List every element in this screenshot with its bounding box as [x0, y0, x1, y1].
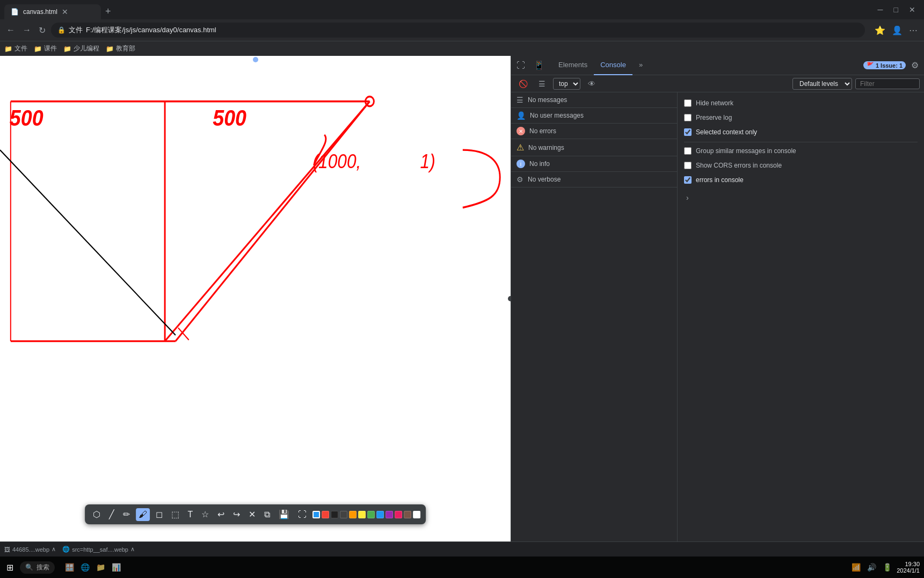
- profile-icon[interactable]: 👤: [890, 23, 905, 38]
- taskbar-wifi-icon[interactable]: 📶: [850, 561, 862, 573]
- fullscreen-btn[interactable]: ⛶: [295, 508, 309, 521]
- group-similar-checkbox[interactable]: [684, 147, 692, 155]
- taskbar-app-icon-4[interactable]: 📊: [110, 561, 122, 573]
- main-area: 500 500 (1000, 1) ⬡ ╱ ✏ 🖌: [0, 56, 924, 541]
- errors-in-console-label: errors in console: [696, 176, 744, 185]
- color-red[interactable]: [322, 511, 329, 518]
- taskbar-app-icon-3[interactable]: 📁: [94, 561, 107, 573]
- bookmark-kids[interactable]: 📁 少儿编程: [63, 44, 99, 53]
- maximize-button[interactable]: □: [890, 5, 903, 14]
- context-selector[interactable]: top: [553, 78, 580, 90]
- svg-line-4: [176, 102, 370, 341]
- taskbar-system-icons: 📶 🔊 🔋 19:30 2024/1/1: [850, 561, 920, 574]
- color-orange[interactable]: [349, 511, 356, 518]
- errors-in-console-checkbox[interactable]: [684, 176, 692, 184]
- line-tool-btn[interactable]: ╱: [106, 508, 117, 521]
- console-item-verbose[interactable]: ⚙ No verbose: [511, 172, 677, 187]
- warnings-label: No warnings: [528, 144, 564, 151]
- color-blue2[interactable]: [376, 511, 384, 518]
- tab-elements[interactable]: Elements: [552, 56, 594, 75]
- console-item-info[interactable]: i No info: [511, 156, 677, 172]
- drag-handle-right[interactable]: [508, 296, 511, 301]
- extensions-icon[interactable]: ⭐: [872, 23, 887, 38]
- select-tool-btn[interactable]: ⬡: [90, 508, 103, 521]
- pen-tool-btn[interactable]: ✏: [120, 508, 133, 521]
- status-file-arrow[interactable]: ∧: [52, 546, 56, 553]
- tab-more[interactable]: »: [632, 56, 649, 75]
- minimize-button[interactable]: ─: [874, 5, 887, 14]
- show-cors-checkbox[interactable]: [684, 162, 692, 169]
- devtools-tabs: ⛶ 📱 Elements Console » 🚩 1 Issue: 1: [511, 56, 924, 75]
- address-bar[interactable]: 🔒 文件 F:/编程课案/js/js/canvas/day0/canvas.ht…: [51, 23, 865, 38]
- console-item-messages[interactable]: ☰ No messages: [511, 92, 677, 108]
- taskbar-date-label: 2024/1/1: [897, 567, 920, 574]
- taskbar-app-icon-1[interactable]: 🪟: [63, 561, 76, 573]
- crop-tool-btn[interactable]: ⬚: [169, 508, 182, 521]
- highlight-tool-btn[interactable]: ☆: [199, 508, 212, 521]
- tab-console[interactable]: Console: [594, 56, 632, 75]
- save-btn[interactable]: 💾: [276, 508, 292, 521]
- selected-context-checkbox[interactable]: [684, 128, 692, 136]
- undo-btn[interactable]: ↩: [215, 508, 227, 521]
- drag-handle-top[interactable]: [253, 57, 258, 62]
- color-blue[interactable]: [312, 511, 320, 518]
- devtools-settings-btn[interactable]: ⚙: [908, 59, 922, 71]
- color-yellow[interactable]: [358, 511, 366, 518]
- taskbar-pinned-apps: 🪟 🌐 📁 📊: [63, 561, 122, 573]
- color-brown[interactable]: [404, 511, 411, 518]
- status-item-2[interactable]: 🌐 src=http__saf....webp ∧: [62, 546, 135, 553]
- color-purple[interactable]: [385, 511, 393, 518]
- taskbar-battery-icon[interactable]: 🔋: [881, 561, 893, 573]
- info-label: No info: [529, 160, 550, 168]
- back-button[interactable]: ←: [4, 23, 17, 37]
- color-green[interactable]: [367, 511, 375, 518]
- text-tool-btn[interactable]: T: [185, 508, 196, 521]
- close-button[interactable]: ✕: [905, 5, 920, 14]
- default-levels-select[interactable]: Default levels: [792, 78, 852, 90]
- taskbar-app-icon-2[interactable]: 🌐: [79, 561, 91, 573]
- browser-toolbar-icons: ⭐ 👤 ⋯: [872, 23, 920, 38]
- bookmark-file[interactable]: 📁 文件: [4, 44, 27, 53]
- taskbar-start-button[interactable]: ⊞: [4, 560, 16, 575]
- hide-network-checkbox[interactable]: [684, 99, 692, 107]
- toggle-sidebar-btn[interactable]: ☰: [535, 78, 549, 89]
- color-darkgray[interactable]: [340, 511, 347, 518]
- filter-input[interactable]: [855, 78, 920, 89]
- color-white[interactable]: [413, 511, 420, 518]
- color-pink[interactable]: [395, 511, 402, 518]
- new-tab-button[interactable]: +: [101, 4, 115, 19]
- canvas-area[interactable]: 500 500 (1000, 1) ⬡ ╱ ✏ 🖌: [0, 56, 511, 541]
- drag-handle-bottom[interactable]: [253, 506, 258, 511]
- devtools-inspect-btn[interactable]: ⛶: [513, 60, 528, 71]
- eraser-tool-btn[interactable]: ◻: [153, 508, 165, 521]
- preserve-log-checkbox[interactable]: [684, 114, 692, 121]
- copy-btn[interactable]: ⧉: [261, 508, 273, 521]
- forward-button[interactable]: →: [20, 23, 33, 37]
- brush-tool-btn[interactable]: 🖌: [136, 508, 150, 521]
- redo-btn[interactable]: ↪: [230, 508, 243, 521]
- taskbar-search[interactable]: 🔍 搜索: [20, 561, 55, 574]
- settings-expand-arrow[interactable]: ›: [684, 191, 691, 204]
- devtools-device-btn[interactable]: 📱: [530, 59, 548, 71]
- color-black[interactable]: [331, 511, 338, 518]
- verbose-icon: ⚙: [516, 175, 523, 184]
- issues-badge[interactable]: 🚩 1 Issue: 1: [863, 61, 906, 69]
- status-src-arrow[interactable]: ∧: [130, 546, 135, 553]
- active-tab[interactable]: 📄 canvas.html ✕: [4, 4, 101, 19]
- console-item-warnings[interactable]: ⚠ No warnings: [511, 139, 677, 156]
- filter-area: Default levels: [792, 78, 920, 90]
- reload-button[interactable]: ↻: [37, 23, 48, 38]
- tab-close-btn[interactable]: ✕: [62, 8, 68, 16]
- clear-console-btn[interactable]: 🚫: [515, 78, 531, 89]
- console-item-errors[interactable]: ✕ No errors: [511, 124, 677, 139]
- svg-line-13: [178, 328, 189, 340]
- bookmark-edu[interactable]: 📁 教育部: [106, 44, 135, 53]
- bookmark-courseware[interactable]: 📁 课件: [34, 44, 57, 53]
- status-item-1[interactable]: 🖼 44685....webp ∧: [4, 546, 56, 553]
- console-item-user-messages[interactable]: 👤 No user messages: [511, 108, 677, 124]
- eye-icon-btn[interactable]: 👁: [585, 78, 599, 89]
- taskbar-volume-icon[interactable]: 🔊: [865, 561, 878, 573]
- messages-icon: ☰: [516, 96, 523, 104]
- more-icon[interactable]: ⋯: [907, 23, 920, 38]
- taskbar-clock[interactable]: 19:30 2024/1/1: [897, 561, 920, 574]
